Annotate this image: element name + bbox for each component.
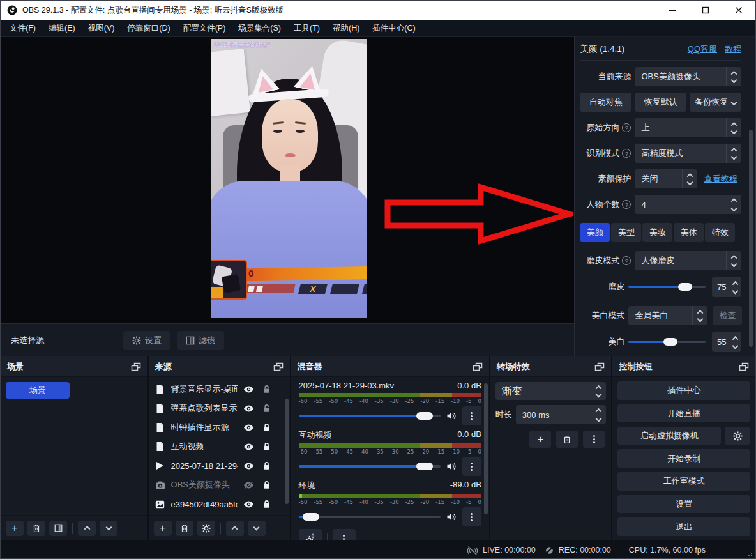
lock-icon[interactable] <box>261 442 273 451</box>
tab-effects[interactable]: 特效 <box>705 223 735 242</box>
smooth-value-spinbox[interactable]: 75 <box>712 277 741 297</box>
tutorial-link[interactable]: 教程 <box>725 43 741 55</box>
makeup-protect-select[interactable]: 关闭 <box>635 169 697 188</box>
channel-menu-button[interactable] <box>462 507 481 526</box>
close-button[interactable] <box>722 1 755 20</box>
menu-plugin-center[interactable]: 插件中心(C) <box>366 20 421 36</box>
spinner-arrows-icon[interactable] <box>591 405 606 424</box>
menu-help[interactable]: 帮助(H) <box>326 20 366 36</box>
start-virtual-camera-button[interactable]: 启动虚拟摄像机 <box>617 427 721 445</box>
whiten-slider[interactable] <box>628 332 706 351</box>
preview-canvas[interactable]: 2025列表已准备就绪7 0 X <box>1 37 574 323</box>
restore-default-button[interactable]: 恢复默认 <box>635 93 686 112</box>
smooth-slider[interactable] <box>628 277 706 296</box>
mixer-menu-button[interactable] <box>333 529 356 540</box>
backup-restore-button[interactable]: 备份恢复 <box>690 93 741 112</box>
menu-edit[interactable]: 编辑(E) <box>42 20 82 36</box>
check-button[interactable]: 检查 <box>713 306 742 325</box>
visibility-eye-icon[interactable] <box>243 424 255 432</box>
speaker-icon[interactable] <box>446 461 457 471</box>
source-row[interactable]: 2025-07-18 21-29-( <box>149 456 290 475</box>
help-icon[interactable]: ? <box>622 200 631 209</box>
scene-filters-button[interactable] <box>49 521 67 536</box>
popout-icon[interactable] <box>131 362 141 371</box>
source-row[interactable]: OBS美颜摄像头 <box>149 475 290 494</box>
channel-menu-button[interactable] <box>462 406 481 425</box>
menu-docks[interactable]: 停靠窗口(D) <box>121 20 176 36</box>
source-row[interactable]: 互动视频 <box>149 437 290 456</box>
tab-beauty[interactable]: 美颜 <box>580 223 610 242</box>
move-scene-down-button[interactable] <box>100 521 117 536</box>
select-spinner-icon[interactable] <box>591 382 606 400</box>
select-spinner-icon[interactable] <box>682 169 697 188</box>
tab-body[interactable]: 美体 <box>674 223 704 242</box>
whiten-mode-select[interactable]: 全局美白 <box>628 306 707 325</box>
qq-support-link[interactable]: QQ客服 <box>688 43 717 55</box>
duration-spinbox[interactable]: 300 ms <box>516 405 607 424</box>
view-tutorial-link[interactable]: 查看教程 <box>704 173 737 185</box>
speaker-icon[interactable] <box>446 512 457 522</box>
scene-item-selected[interactable]: 场景 <box>6 382 70 399</box>
source-row[interactable]: 时钟插件显示源 <box>149 418 290 437</box>
add-transition-button[interactable]: + <box>529 431 551 448</box>
recognition-mode-select[interactable]: 高精度模式 <box>635 144 741 163</box>
visibility-eye-icon[interactable] <box>243 385 255 394</box>
select-spinner-icon[interactable] <box>726 118 741 137</box>
minimize-button[interactable] <box>656 1 689 20</box>
remove-source-button[interactable] <box>176 521 193 536</box>
select-spinner-icon[interactable] <box>726 251 741 270</box>
source-row[interactable]: e394502df49aa5fc <box>149 494 290 514</box>
visibility-eye-icon[interactable] <box>243 500 255 509</box>
smooth-mode-select[interactable]: 人像磨皮 <box>635 251 741 270</box>
resize-grip[interactable] <box>746 550 752 556</box>
speaker-icon[interactable] <box>446 411 457 421</box>
exit-button[interactable]: 退出 <box>617 517 750 536</box>
visibility-eye-icon[interactable] <box>243 443 255 451</box>
add-source-button[interactable]: + <box>154 521 172 536</box>
menu-profile[interactable]: 配置文件(P) <box>177 20 232 36</box>
spinner-arrows-icon[interactable] <box>726 195 741 214</box>
help-icon[interactable]: ? <box>622 123 631 132</box>
sources-scrollbar[interactable] <box>285 381 289 511</box>
source-row[interactable]: 背景音乐显示-桌面 <box>149 379 290 399</box>
menu-scene-collection[interactable]: 场景集合(S) <box>232 20 287 36</box>
transition-select[interactable]: 渐变 <box>495 382 607 400</box>
volume-slider[interactable] <box>299 510 441 524</box>
tab-reshape[interactable]: 美型 <box>611 223 641 242</box>
orientation-select[interactable]: 上 <box>635 118 741 137</box>
studio-mode-button[interactable]: 工作室模式 <box>617 472 750 491</box>
channel-menu-button[interactable] <box>462 457 481 476</box>
start-streaming-button[interactable]: 开始直播 <box>617 404 750 423</box>
visibility-eye-icon[interactable] <box>243 462 255 470</box>
visibility-eye-slash-icon[interactable] <box>243 481 255 489</box>
source-filters-button[interactable]: 滤镜 <box>177 331 224 350</box>
tab-makeup[interactable]: 美妆 <box>642 223 672 242</box>
volume-slider[interactable] <box>299 459 441 473</box>
settings-button[interactable]: 设置 <box>617 495 750 514</box>
lock-icon[interactable] <box>261 480 273 489</box>
select-spinner-icon[interactable] <box>726 144 741 163</box>
menu-file[interactable]: 文件(F) <box>3 20 42 36</box>
visibility-eye-icon[interactable] <box>243 404 255 413</box>
popout-icon[interactable] <box>472 362 483 371</box>
volume-slider[interactable] <box>299 409 441 423</box>
lock-icon[interactable] <box>261 500 273 509</box>
mixer-scrollbar[interactable] <box>484 381 488 537</box>
menu-view[interactable]: 视图(V) <box>82 20 121 36</box>
spinner-arrows-icon[interactable] <box>731 281 741 293</box>
lock-icon[interactable] <box>261 461 273 470</box>
popout-icon[interactable] <box>594 362 605 371</box>
spinner-arrows-icon[interactable] <box>731 336 741 348</box>
source-properties-button[interactable] <box>197 521 215 536</box>
select-spinner-icon[interactable] <box>726 67 741 86</box>
unlock-icon[interactable] <box>261 385 273 394</box>
move-source-up-button[interactable] <box>226 521 244 536</box>
transition-menu-button[interactable] <box>583 431 605 448</box>
unlock-icon[interactable] <box>261 404 273 413</box>
start-recording-button[interactable]: 开始录制 <box>617 449 750 468</box>
autofocus-button[interactable]: 自动对焦 <box>580 93 631 112</box>
move-source-down-button[interactable] <box>248 521 266 536</box>
remove-scene-button[interactable] <box>27 521 45 536</box>
remove-transition-button[interactable] <box>556 431 578 448</box>
add-scene-button[interactable]: + <box>6 521 24 536</box>
